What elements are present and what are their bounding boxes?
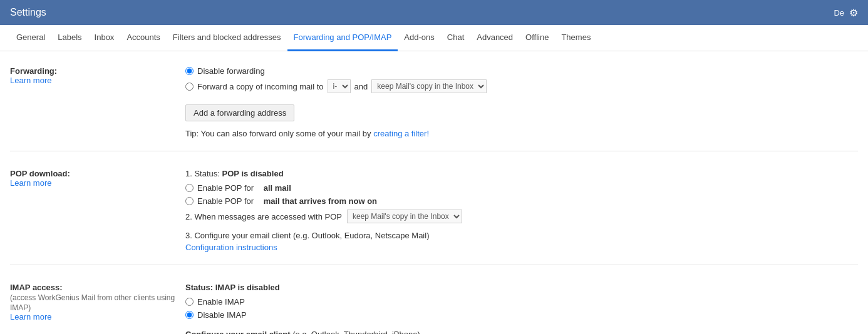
tab-chat[interactable]: Chat — [441, 25, 470, 51]
forwarding-address-select[interactable]: i- — [328, 79, 351, 93]
forwarding-and-text: and — [354, 82, 368, 91]
pop-from-now-bold: mail that arrives from now on — [264, 196, 377, 206]
imap-disable-row: Disable IMAP — [185, 310, 858, 320]
tip-text-static: Tip: You can also forward only some of y… — [185, 129, 371, 138]
pop-step1-label: 1. Status: — [185, 169, 220, 178]
content-area: Forwarding: Learn more Disable forwardin… — [0, 51, 868, 334]
imap-status-line: Status: IMAP is disabled — [185, 283, 858, 292]
pop-learn-more[interactable]: Learn more — [10, 178, 51, 188]
tab-offline[interactable]: Offline — [519, 25, 555, 51]
tab-accounts[interactable]: Accounts — [120, 25, 166, 51]
imap-content: Status: IMAP is disabled Enable IMAP Dis… — [185, 283, 858, 334]
pop-from-now-label: Enable POP for — [197, 196, 254, 206]
pop-step2-label: 2. When messages are accessed with POP — [185, 212, 342, 221]
pop-all-mail-label: Enable POP for — [197, 183, 254, 193]
imap-section: IMAP access: (access WorkGenius Mail fro… — [10, 283, 858, 334]
imap-title: IMAP access: — [10, 283, 175, 292]
imap-status-label: Status: — [185, 283, 213, 292]
page-title: Settings — [10, 7, 46, 18]
forwarding-enable-row: Forward a copy of incoming mail to i- an… — [185, 79, 858, 93]
pop-step3-example: (e.g. Outlook, Eudora, Netscape Mail) — [293, 231, 430, 240]
user-initials: De — [834, 8, 844, 18]
header-right: De ⚙ — [834, 7, 858, 19]
creating-filter-link[interactable]: creating a filter! — [373, 129, 429, 138]
imap-sub2: IMAP) — [10, 303, 175, 312]
imap-enable-radio[interactable] — [185, 298, 194, 306]
imap-configure-label: Configure your email client — [185, 330, 291, 334]
pop-step2-select[interactable]: keep Mail's copy in the Inbox archive Ma… — [347, 210, 462, 223]
imap-learn-more[interactable]: Learn more — [10, 312, 51, 321]
pop-all-mail-bold: all mail — [264, 183, 291, 193]
pop-config-link-row: Configuration instructions — [185, 243, 858, 252]
settings-container: General Labels Inbox Accounts Filters an… — [0, 25, 868, 334]
tabs-bar: General Labels Inbox Accounts Filters an… — [0, 25, 868, 51]
forwarding-title: Forwarding: — [10, 66, 175, 76]
imap-sub1: (access WorkGenius Mail from other clien… — [10, 293, 175, 302]
pop-from-now-row: Enable POP for mail that arrives from no… — [185, 196, 858, 206]
pop-content: 1. Status: POP is disabled Enable POP fo… — [185, 169, 858, 252]
imap-label-col: IMAP access: (access WorkGenius Mail fro… — [10, 283, 185, 334]
tab-inbox[interactable]: Inbox — [88, 25, 121, 51]
pop-section: POP download: Learn more 1. Status: POP … — [10, 169, 858, 265]
pop-title: POP download: — [10, 169, 175, 178]
forwarding-section: Forwarding: Learn more Disable forwardin… — [10, 66, 858, 151]
imap-enable-label: Enable IMAP — [197, 297, 245, 306]
forwarding-learn-more[interactable]: Learn more — [10, 76, 51, 85]
forwarding-keep-select[interactable]: keep Mail's copy in the Inbox archive Ma… — [371, 79, 487, 93]
forwarding-disable-label: Disable forwarding — [197, 66, 265, 76]
tab-filters[interactable]: Filters and blocked addresses — [167, 25, 287, 51]
imap-enable-row: Enable IMAP — [185, 297, 858, 306]
forwarding-enable-radio[interactable] — [185, 83, 194, 91]
imap-configure-example: (e.g. Outlook, Thunderbird, iPhone) — [292, 330, 420, 334]
forwarding-tip: Tip: You can also forward only some of y… — [185, 129, 858, 138]
tab-labels[interactable]: Labels — [51, 25, 88, 51]
gear-icon[interactable]: ⚙ — [849, 7, 858, 19]
pop-label-col: POP download: Learn more — [10, 169, 185, 252]
tab-general[interactable]: General — [10, 25, 51, 51]
tab-themes[interactable]: Themes — [555, 25, 597, 51]
pop-config-link[interactable]: Configuration instructions — [185, 243, 277, 252]
pop-all-mail-row: Enable POP for all mail — [185, 183, 858, 193]
imap-disable-label: Disable IMAP — [197, 310, 247, 320]
pop-status-text: POP is disabled — [222, 169, 284, 178]
tab-addons[interactable]: Add-ons — [398, 25, 440, 51]
tab-advanced[interactable]: Advanced — [470, 25, 519, 51]
imap-configure-row: Configure your email client (e.g. Outloo… — [185, 330, 858, 334]
forwarding-content: Disable forwarding Forward a copy of inc… — [185, 66, 858, 138]
forwarding-label-col: Forwarding: Learn more — [10, 66, 185, 138]
pop-status-line: 1. Status: POP is disabled — [185, 169, 858, 178]
pop-step3-row: 3. Configure your email client (e.g. Out… — [185, 231, 858, 240]
pop-from-now-radio[interactable] — [185, 197, 194, 205]
forwarding-disable-radio[interactable] — [185, 67, 194, 75]
forwarding-disable-row: Disable forwarding — [185, 66, 858, 76]
pop-all-mail-radio[interactable] — [185, 184, 194, 192]
pop-step2-row: 2. When messages are accessed with POP k… — [185, 210, 858, 223]
imap-disable-radio[interactable] — [185, 311, 194, 319]
add-forwarding-address-button[interactable]: Add a forwarding address — [185, 104, 294, 121]
header-bar: Settings De ⚙ — [0, 0, 868, 25]
tab-forwarding[interactable]: Forwarding and POP/IMAP — [287, 25, 398, 51]
pop-step3-label: 3. Configure your email client — [185, 231, 291, 240]
imap-status-text: IMAP is disabled — [215, 283, 280, 292]
forwarding-enable-label: Forward a copy of incoming mail to — [197, 82, 324, 91]
